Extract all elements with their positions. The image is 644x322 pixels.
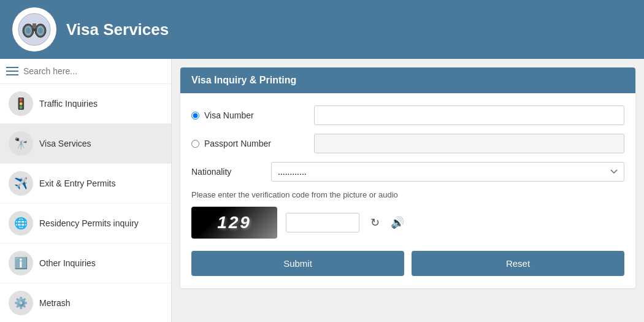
svg-rect-8 (33, 23, 34, 28)
sidebar-item-label: Metrash (39, 298, 71, 308)
sidebar-item-other-inquiries[interactable]: ℹ️ Other Inquiries (0, 243, 171, 283)
sidebar-item-traffic-inquiries[interactable]: 🚦 Traffic Inquiries (0, 84, 171, 124)
svg-point-5 (26, 28, 31, 34)
sidebar-item-label: Residency Permits inquiry (39, 218, 139, 228)
captcha-row: 129 ↻ 🔊 (191, 207, 624, 239)
exit-entry-icon: ✈️ (9, 171, 33, 196)
traffic-inquiries-icon: 🚦 (9, 91, 33, 116)
card-header: Visa Inquiry & Printing (180, 67, 635, 93)
sidebar-search-row (0, 59, 171, 84)
passport-number-label[interactable]: Passport Number (191, 139, 314, 148)
app-header: Visa Services (0, 0, 644, 59)
sidebar-item-exit-entry-permits[interactable]: ✈️ Exit & Entry Permits (0, 164, 171, 204)
search-input[interactable] (23, 66, 165, 76)
svg-point-6 (38, 28, 43, 34)
content-area: Visa Inquiry & Printing Visa Number Pass… (172, 59, 644, 322)
nationality-row: Nationality ............ (191, 162, 624, 182)
sidebar-item-visa-services[interactable]: 🔭 Visa Services (0, 124, 171, 164)
nationality-select[interactable]: ............ (271, 162, 624, 182)
header-logo (12, 7, 56, 52)
reset-button[interactable]: Reset (412, 251, 624, 276)
sidebar-item-label: Other Inquiries (39, 258, 96, 268)
passport-number-radio[interactable] (191, 140, 199, 148)
metrash-icon: ⚙️ (9, 291, 33, 315)
visa-number-input[interactable] (314, 105, 624, 125)
other-inquiries-icon: ℹ️ (9, 251, 33, 275)
sidebar-item-metrash[interactable]: ⚙️ Metrash (0, 283, 171, 322)
nationality-label: Nationality (191, 167, 265, 177)
sidebar-item-label: Exit & Entry Permits (39, 178, 115, 188)
submit-button[interactable]: Submit (191, 251, 404, 276)
passport-number-row: Passport Number (191, 134, 624, 153)
visa-number-label[interactable]: Visa Number (191, 110, 314, 120)
visa-number-radio[interactable] (191, 112, 199, 120)
main-layout: 🚦 Traffic Inquiries 🔭 Visa Services ✈️ E… (0, 59, 644, 322)
visa-services-icon: 🔭 (9, 131, 33, 156)
refresh-captcha-button[interactable]: ↻ (368, 213, 382, 232)
hamburger-icon[interactable] (6, 67, 18, 75)
passport-number-input[interactable] (314, 134, 624, 153)
buttons-row: Submit Reset (191, 251, 624, 276)
visa-number-row: Visa Number (191, 105, 624, 125)
captcha-input[interactable] (286, 213, 359, 232)
verification-text: Please enter the verification code from … (191, 190, 624, 199)
captcha-icons: ↻ 🔊 (368, 213, 407, 232)
card-body: Visa Number Passport Number Nationality … (180, 93, 635, 288)
sidebar-item-label: Traffic Inquiries (39, 99, 98, 109)
captcha-image: 129 (191, 207, 277, 239)
sidebar-item-label: Visa Services (39, 139, 91, 148)
residency-icon: 🌐 (9, 211, 33, 236)
visa-inquiry-card: Visa Inquiry & Printing Visa Number Pass… (180, 67, 635, 288)
app-title: Visa Services (66, 20, 169, 39)
audio-captcha-button[interactable]: 🔊 (388, 213, 407, 232)
svg-rect-7 (32, 28, 37, 31)
svg-rect-9 (34, 23, 36, 28)
sidebar: 🚦 Traffic Inquiries 🔭 Visa Services ✈️ E… (0, 59, 172, 322)
sidebar-item-residency-permits[interactable]: 🌐 Residency Permits inquiry (0, 204, 171, 243)
